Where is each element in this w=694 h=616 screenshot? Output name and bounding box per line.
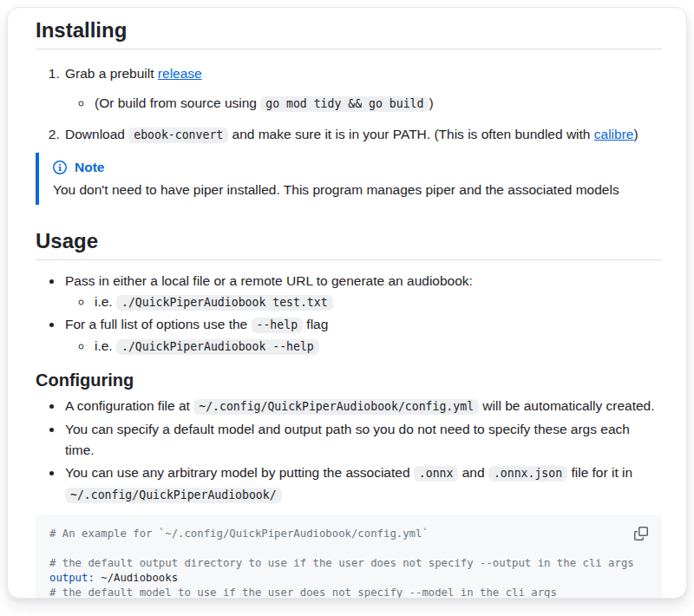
list-item-arbitrary-model: You can use any arbitrary model by putti… (63, 462, 662, 506)
item-text: You can use any arbitrary model by putti… (65, 465, 414, 480)
code-line-comment: # An example for `~/.config/QuickPiperAu… (49, 527, 648, 541)
note-body: You don't need to have piper installed. … (53, 180, 648, 200)
item-text: file for it in (567, 465, 632, 480)
item-text: i.e. (95, 294, 116, 309)
usage-sublist: i.e. ./QuickPiperAudiobook --help (65, 336, 662, 357)
section-heading-configuring: Configuring (36, 370, 662, 390)
note-title: Note (53, 157, 648, 178)
info-icon (53, 161, 67, 174)
note-callout: Note You don't need to have piper instal… (36, 153, 662, 205)
item-text: ) (633, 127, 638, 141)
list-item-help-flag: For a full list of options use the --hel… (63, 314, 662, 357)
inline-code-example-test: ./QuickPiperAudiobook test.txt (116, 295, 333, 311)
usage-list: Pass in either a local file or a remote … (36, 271, 662, 357)
release-link[interactable]: release (158, 66, 202, 81)
installing-list: Grab a prebuilt release (Or build from s… (36, 63, 662, 146)
code-line-output: output: ~/Audiobooks (49, 571, 648, 586)
code-content: # An example for `~/.config/QuickPiperAu… (49, 527, 648, 599)
item-text: Pass in either a local file or a remote … (65, 273, 473, 288)
installing-sublist: (Or build from source using go mod tidy … (65, 93, 662, 115)
list-item-example-help: i.e. ./QuickPiperAudiobook --help (93, 336, 662, 357)
configuring-list: A configuration file at ~/.config/QuickP… (36, 396, 662, 506)
list-item-build-from-source: (Or build from source using go mod tidy … (93, 93, 662, 115)
item-text: ) (429, 95, 433, 110)
yaml-code-block: # An example for `~/.config/QuickPiperAu… (36, 514, 662, 599)
inline-code-example-help: ./QuickPiperAudiobook --help (116, 339, 319, 355)
item-text: Download (65, 127, 128, 141)
copy-icon[interactable] (629, 521, 653, 546)
calibre-link[interactable]: calibre (594, 127, 634, 141)
readme-card: Installing Grab a prebuilt release (Or b… (7, 7, 687, 599)
list-item-ebook-convert: Download ebook-convert and make sure it … (63, 124, 662, 146)
item-text: You can specify a default model and outp… (65, 422, 630, 457)
list-item-example-test: i.e. ./QuickPiperAudiobook test.txt (93, 292, 662, 313)
list-item-config-file: A configuration file at ~/.config/QuickP… (63, 396, 662, 417)
code-line-blank (49, 541, 648, 556)
item-text: Grab a prebuilt (65, 66, 158, 81)
list-item-prebuilt-release: Grab a prebuilt release (Or build from s… (63, 63, 662, 115)
item-text: will be automatically created. (479, 398, 654, 413)
inline-code-onnx: .onnx (414, 466, 459, 482)
section-heading-installing: Installing (36, 18, 662, 49)
item-text: and make sure it is in your PATH. (This … (228, 127, 594, 141)
item-text: and (458, 465, 488, 480)
usage-sublist: i.e. ./QuickPiperAudiobook test.txt (65, 292, 662, 313)
list-item-pass-file: Pass in either a local file or a remote … (63, 271, 662, 313)
section-heading-usage: Usage (36, 229, 662, 260)
inline-code-help-flag: --help (252, 318, 304, 333)
inline-code-config-path: ~/.config/QuickPiperAudiobook/config.yml (193, 399, 479, 415)
code-line-comment: # the default output directory to use if… (49, 556, 648, 571)
item-text: A configuration file at (65, 398, 193, 413)
inline-code-ebook-convert: ebook-convert (128, 128, 228, 143)
note-title-label: Note (75, 157, 104, 178)
code-line-comment: # the default model to use if the user d… (49, 586, 648, 599)
item-text: For a full list of options use the (65, 317, 252, 331)
item-text: i.e. (95, 338, 116, 353)
inline-code-onnx-json: .onnx.json (488, 466, 567, 482)
inline-code-config-dir: ~/.config/QuickPiperAudiobook/ (65, 488, 282, 503)
item-text: flag (303, 317, 328, 331)
item-text: (Or build from source using (95, 95, 260, 110)
list-item-default-model: You can specify a default model and outp… (63, 419, 662, 461)
inline-code-go-build: go mod tidy && go build (260, 96, 429, 112)
